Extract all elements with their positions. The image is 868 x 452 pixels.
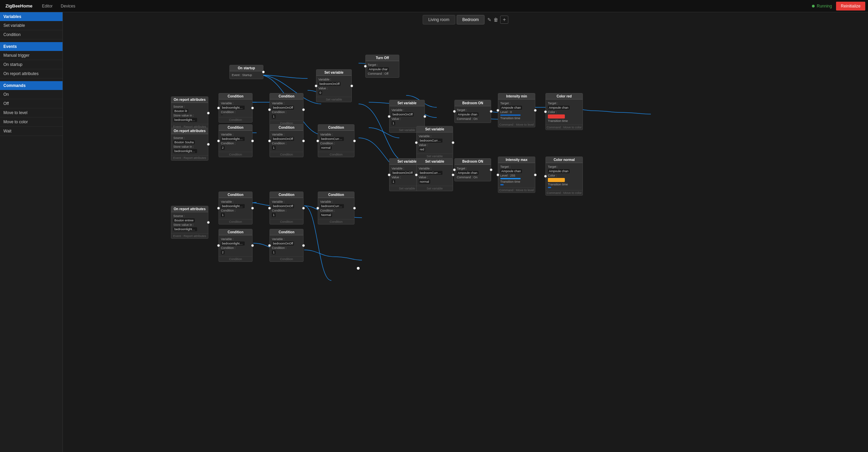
node-canvas: On startup Event : Startup Set variable …	[63, 12, 868, 452]
node-title-set-var-red: Set variable	[417, 126, 453, 132]
node-on-report-2[interactable]: On report attributes Source : Bouton Sou…	[171, 128, 208, 161]
node-intensity-max[interactable]: Intensity max Target : Ampoule chan Leve…	[498, 157, 535, 193]
node-condition-2[interactable]: Condition Variable : bedroomOnOff Condit…	[270, 93, 303, 126]
tab-bedroom[interactable]: Bedroom	[456, 15, 485, 24]
node-title-color-red: Color red	[546, 93, 583, 100]
topbar: ZigBeeHome Editor Devices Running Reinit…	[0, 0, 868, 12]
running-dot	[812, 5, 815, 7]
node-on-report-3[interactable]: On report attributes Source : Bouton ent…	[171, 206, 208, 239]
node-title-intensity-max: Intensity max	[498, 157, 535, 163]
node-condition-bottom-4[interactable]: Condition Variable : bedroomlightvalu Co…	[219, 229, 253, 262]
node-title-on-report-3: On report attributes	[171, 206, 208, 212]
node-title-on-report-2: On report attributes	[171, 128, 208, 134]
running-label: Running	[817, 4, 832, 8]
nav-devices[interactable]: Devices	[57, 4, 80, 8]
node-title-condition-3: Condition	[219, 125, 252, 131]
node-title-set-var-normal: Set variable	[417, 159, 453, 165]
node-set-var-color-red[interactable]: Set variable Variable : bedroomCurrentC …	[416, 126, 453, 159]
sidebar-section-events[interactable]: Events	[0, 42, 63, 51]
tab-edit-button[interactable]: ✎	[487, 17, 491, 22]
node-title-condition-2: Condition	[270, 93, 303, 100]
connection-dot	[357, 267, 360, 270]
canvas-area: Living room Bedroom ✎ 🗑 +	[63, 12, 868, 452]
tab-add-button[interactable]: +	[500, 16, 508, 24]
node-condition-bottom-1[interactable]: Condition Variable : bedroomlightvalu Co…	[219, 192, 253, 224]
node-bedroom-on-2[interactable]: Bedroom ON Target : Ampoule chan Command…	[454, 158, 491, 181]
node-set-var-normal[interactable]: Set variable Variable : bedroomCurrentC …	[416, 158, 453, 191]
sidebar: Variables Set variable Condition Events …	[0, 12, 63, 452]
node-condition-1[interactable]: Condition Variable : bedroomlightvalu Co…	[219, 93, 253, 123]
node-condition-bottom-3[interactable]: Condition Variable : bedroomCurrentC Con…	[318, 192, 354, 224]
sidebar-item-set-variable[interactable]: Set variable	[0, 21, 63, 30]
app-title: ZigBeeHome	[0, 3, 38, 8]
node-title-intensity-min: Intensity min	[498, 93, 535, 100]
node-title-condition-b2: Condition	[270, 192, 303, 198]
node-title-bedroom-on-1: Bedroom ON	[455, 100, 491, 106]
node-condition-bottom-5[interactable]: Condition Variable : bedroomOnOff Condit…	[270, 229, 303, 262]
sidebar-item-on-report-attributes[interactable]: On report attributes	[0, 69, 63, 78]
sidebar-section-commands[interactable]: Commands	[0, 81, 63, 90]
tab-living-room[interactable]: Living room	[422, 15, 455, 24]
sidebar-section-variables[interactable]: Variables	[0, 12, 63, 21]
sidebar-item-move-to-color[interactable]: Move to color	[0, 117, 63, 127]
node-title-condition-current-top: Condition	[318, 125, 354, 131]
nav-editor[interactable]: Editor	[38, 4, 56, 8]
node-on-report-1[interactable]: On report attributes Source : Bouton lit…	[171, 96, 208, 129]
node-intensity-min[interactable]: Intensity min Target : Ampoule chan Leve…	[498, 93, 535, 127]
node-title-on-startup: On startup	[230, 65, 263, 71]
node-title-on-report-1: On report attributes	[171, 97, 208, 103]
tab-bar: Living room Bedroom ✎ 🗑 +	[422, 15, 508, 24]
sidebar-item-wait[interactable]: Wait	[0, 127, 63, 136]
node-title-turn-off: Turn Off	[366, 55, 399, 61]
node-title-condition-1: Condition	[219, 93, 252, 100]
node-condition-4[interactable]: Condition Variable : bedroomOnOff Condit…	[270, 124, 303, 157]
node-title-condition-b3: Condition	[318, 192, 354, 198]
node-color-red[interactable]: Color red Target : Ampoule chan Color : …	[545, 93, 583, 130]
node-condition-current-c-top[interactable]: Condition Variable : bedroomCurrentC Con…	[318, 124, 354, 157]
node-condition-bottom-2[interactable]: Condition Variable : bedroomOnOff Condit…	[270, 192, 303, 224]
sidebar-item-on[interactable]: On	[0, 90, 63, 99]
sidebar-item-on-startup[interactable]: On startup	[0, 60, 63, 69]
node-bedroom-on-1[interactable]: Bedroom ON Target : Ampoule chan Command…	[454, 100, 491, 123]
tab-delete-button[interactable]: 🗑	[493, 17, 498, 22]
node-title-set-var-on-1: Set variable	[389, 100, 424, 106]
sidebar-item-manual-trigger[interactable]: Manual trigger	[0, 51, 63, 60]
reinitialize-button[interactable]: Reinitialize	[836, 2, 865, 11]
sidebar-item-off[interactable]: Off	[0, 99, 63, 108]
sidebar-item-move-to-level[interactable]: Move to level	[0, 108, 63, 117]
node-title-condition-b4: Condition	[219, 229, 252, 235]
node-title-condition-b1: Condition	[219, 192, 252, 198]
running-status: Running	[808, 4, 836, 8]
node-color-normal[interactable]: Color normal Target : Ampoule chan Color…	[545, 157, 583, 196]
node-title-condition-4: Condition	[270, 125, 303, 131]
node-on-startup[interactable]: On startup Event : Startup	[229, 65, 263, 79]
node-set-variable-1[interactable]: Set variable Variable : bedroomOnOff Val…	[316, 69, 352, 102]
node-title-bedroom-on-2: Bedroom ON	[455, 159, 491, 165]
node-title-set-var-1: Set variable	[316, 70, 351, 76]
node-turn-off[interactable]: Turn Off Target : Ampoule char Command :…	[365, 55, 399, 78]
sidebar-item-condition[interactable]: Condition	[0, 30, 63, 39]
node-condition-3[interactable]: Condition Variable : bedroomlightvalu Co…	[219, 124, 253, 157]
tab-actions: ✎ 🗑 +	[487, 16, 508, 24]
node-title-condition-b5: Condition	[270, 229, 303, 235]
node-title-color-normal: Color normal	[546, 157, 583, 163]
